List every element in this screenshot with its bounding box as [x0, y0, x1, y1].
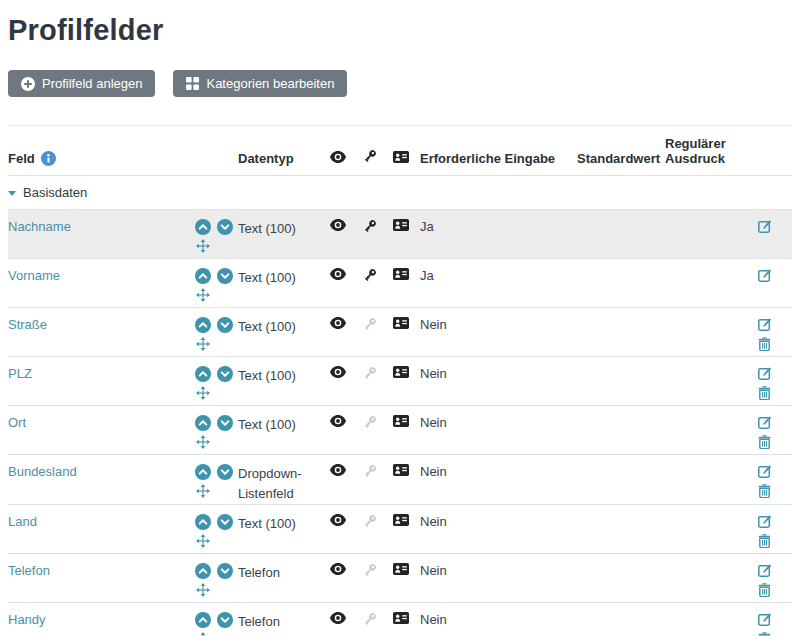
edit-categories-label: Kategorien bearbeiten: [206, 76, 334, 91]
drag-move-icon[interactable]: [196, 337, 210, 351]
header-erforderliche-eingabe: Erforderliche Eingabe: [420, 126, 577, 176]
create-profile-field-button[interactable]: Profilfeld anlegen: [8, 70, 155, 97]
move-down-button[interactable]: [217, 317, 233, 333]
eye-icon: [330, 219, 346, 231]
cell-actions: [758, 308, 792, 357]
drag-move-icon[interactable]: [196, 484, 210, 498]
cell-visible: [330, 554, 363, 603]
field-name-link[interactable]: Nachname: [8, 219, 71, 234]
drag-move-icon[interactable]: [196, 435, 210, 449]
edit-categories-button[interactable]: Kategorien bearbeiten: [173, 70, 347, 97]
edit-button[interactable]: [758, 415, 772, 430]
edit-button[interactable]: [758, 268, 772, 283]
cell-erforderlich: Nein: [420, 603, 577, 636]
move-down-button[interactable]: [217, 514, 233, 530]
grid-icon: [186, 77, 199, 90]
cell-card: [393, 554, 420, 603]
cell-actions: [758, 505, 792, 554]
cell-visible: [330, 603, 363, 636]
cell-erforderlich: Nein: [420, 357, 577, 406]
move-up-button[interactable]: [195, 514, 211, 530]
cell-standardwert: [577, 603, 665, 636]
table-row: Nachname Text (100) Ja: [8, 210, 792, 259]
cell-key: [363, 210, 393, 259]
field-name-link[interactable]: PLZ: [8, 366, 32, 381]
address-card-icon: [393, 464, 409, 476]
header-feld-label: Feld: [8, 151, 35, 166]
header-regulaerer-ausdruck: Regulärer Ausdruck: [665, 126, 758, 176]
eye-icon: [330, 151, 346, 163]
delete-button[interactable]: [758, 632, 771, 636]
edit-button[interactable]: [758, 612, 772, 627]
move-up-button[interactable]: [195, 415, 211, 431]
delete-button[interactable]: [758, 386, 771, 400]
cell-visible: [330, 210, 363, 259]
key-icon: [363, 268, 377, 282]
key-icon: [363, 366, 377, 380]
edit-button[interactable]: [758, 219, 772, 234]
move-up-button[interactable]: [195, 268, 211, 284]
profile-fields-table: Feld Datentyp Erforderliche Eingabe Stan…: [8, 125, 792, 636]
delete-button[interactable]: [758, 337, 771, 351]
edit-button[interactable]: [758, 514, 772, 529]
edit-button[interactable]: [758, 563, 772, 578]
drag-move-icon[interactable]: [196, 534, 210, 548]
move-down-button[interactable]: [217, 563, 233, 579]
move-down-button[interactable]: [217, 366, 233, 382]
toolbar: Profilfeld anlegen Kategorien bearbeiten: [8, 70, 792, 97]
drag-move-icon[interactable]: [196, 288, 210, 302]
move-down-button[interactable]: [217, 464, 233, 480]
delete-button[interactable]: [758, 435, 771, 449]
caret-down-icon[interactable]: [8, 191, 16, 196]
edit-button[interactable]: [758, 464, 772, 479]
table-row: Ort Text (100) Nein: [8, 406, 792, 455]
field-name-link[interactable]: Handy: [8, 612, 46, 627]
field-name-link[interactable]: Bundesland: [8, 464, 77, 479]
field-name-link[interactable]: Straße: [8, 317, 47, 332]
cell-feld: Nachname: [8, 210, 195, 259]
category-row-basisdaten[interactable]: Basisdaten: [8, 176, 792, 210]
move-up-button[interactable]: [195, 612, 211, 628]
cell-regex: [665, 210, 758, 259]
delete-button[interactable]: [758, 534, 771, 548]
cell-standardwert: [577, 406, 665, 455]
move-up-button[interactable]: [195, 219, 211, 235]
cell-datentyp: Dropdown-Listenfeld: [238, 455, 330, 505]
field-name-link[interactable]: Land: [8, 514, 37, 529]
field-name-link[interactable]: Vorname: [8, 268, 60, 283]
drag-move-icon[interactable]: [196, 632, 210, 636]
table-row: Vorname Text (100) Ja: [8, 259, 792, 308]
move-up-button[interactable]: [195, 317, 211, 333]
cell-regex: [665, 455, 758, 505]
cell-key: [363, 259, 393, 308]
move-up-button[interactable]: [195, 366, 211, 382]
move-up-button[interactable]: [195, 563, 211, 579]
drag-move-icon[interactable]: [196, 386, 210, 400]
table-header-row: Feld Datentyp Erforderliche Eingabe Stan…: [8, 126, 792, 176]
cell-erforderlich: Nein: [420, 406, 577, 455]
move-down-button[interactable]: [217, 415, 233, 431]
field-name-link[interactable]: Ort: [8, 415, 26, 430]
move-down-button[interactable]: [217, 612, 233, 628]
delete-button[interactable]: [758, 583, 771, 597]
drag-move-icon[interactable]: [196, 239, 210, 253]
cell-standardwert: [577, 357, 665, 406]
address-card-icon: [393, 317, 409, 329]
move-down-button[interactable]: [217, 219, 233, 235]
move-up-button[interactable]: [195, 464, 211, 480]
cell-reorder: [195, 259, 238, 308]
info-icon[interactable]: [41, 151, 56, 166]
drag-move-icon[interactable]: [196, 583, 210, 597]
edit-button[interactable]: [758, 317, 772, 332]
edit-button[interactable]: [758, 366, 772, 381]
cell-reorder: [195, 357, 238, 406]
cell-card: [393, 357, 420, 406]
field-name-link[interactable]: Telefon: [8, 563, 50, 578]
header-arrows: [195, 126, 238, 176]
cell-visible: [330, 308, 363, 357]
cell-card: [393, 406, 420, 455]
delete-button[interactable]: [758, 484, 771, 498]
move-down-button[interactable]: [217, 268, 233, 284]
cell-standardwert: [577, 554, 665, 603]
address-card-icon: [393, 268, 409, 280]
